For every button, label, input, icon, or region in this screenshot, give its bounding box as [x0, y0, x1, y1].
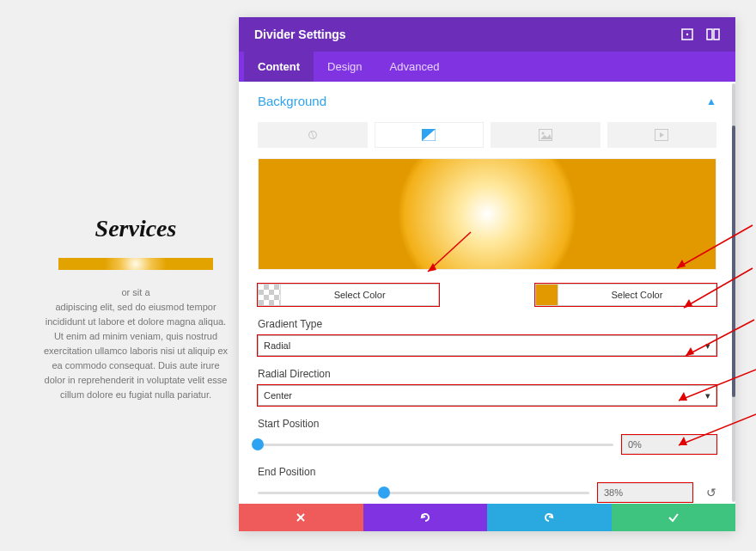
svg-marker-6 — [422, 129, 436, 141]
bgtype-gradient[interactable] — [375, 122, 485, 148]
bgtype-color[interactable] — [258, 122, 368, 148]
select-color-a-label: Select Color — [281, 290, 438, 300]
swatch-b — [536, 285, 558, 305]
gradient-type-select[interactable]: Radial ▾ — [258, 335, 716, 356]
svg-rect-2 — [707, 29, 712, 40]
tab-design[interactable]: Design — [314, 52, 375, 82]
select-color-b[interactable]: Select Color — [535, 284, 716, 306]
chevron-up-icon: ▲ — [706, 95, 716, 107]
expand-icon[interactable] — [680, 28, 694, 41]
tab-content[interactable]: Content — [244, 52, 314, 82]
gradient-preview — [258, 158, 716, 270]
services-title: Services — [41, 215, 230, 242]
chevron-down-icon: ▾ — [705, 390, 710, 401]
radial-direction-label: Radial Direction — [258, 368, 716, 380]
end-position-slider[interactable] — [258, 484, 589, 501]
svg-point-1 — [686, 34, 688, 35]
radial-direction-select[interactable]: Center ▾ — [258, 385, 716, 406]
start-position-input[interactable]: 0% — [622, 435, 716, 454]
services-divider — [58, 258, 213, 270]
end-position-label: End Position — [258, 466, 716, 478]
bgtype-video[interactable] — [607, 122, 717, 148]
gradient-type-value: Radial — [264, 340, 290, 351]
scrollbar[interactable] — [732, 83, 735, 502]
radial-direction-value: Center — [264, 390, 292, 401]
cancel-button[interactable] — [239, 504, 363, 531]
swatch-a — [259, 285, 281, 305]
start-position-slider[interactable] — [258, 436, 613, 453]
panel-title: Divider Settings — [254, 28, 346, 41]
panel-body: Background ▲ — [239, 82, 735, 504]
background-type-row — [258, 122, 716, 148]
bgtype-image[interactable] — [491, 122, 601, 148]
services-preview: Services or sit a adipiscing elit, sed d… — [41, 215, 230, 402]
start-position-label: Start Position — [258, 418, 716, 430]
select-color-b-label: Select Color — [558, 290, 716, 300]
snap-icon[interactable] — [706, 28, 720, 41]
undo-button[interactable] — [363, 504, 488, 531]
panel-footer — [239, 504, 735, 531]
tabs: Content Design Advanced — [239, 52, 735, 82]
select-color-a[interactable]: Select Color — [258, 284, 439, 306]
svg-point-8 — [541, 132, 544, 135]
settings-panel: Divider Settings Content Design Advanced… — [239, 17, 735, 531]
chevron-down-icon: ▾ — [705, 340, 710, 352]
section-background[interactable]: Background ▲ — [258, 94, 716, 108]
services-lorem: adipiscing elit, sed do eiusmod tempor i… — [41, 300, 230, 402]
save-button[interactable] — [612, 504, 736, 531]
redo-button[interactable] — [487, 504, 612, 531]
services-lorem-fragment: or sit a — [41, 285, 230, 300]
section-background-label: Background — [258, 94, 326, 108]
tab-advanced[interactable]: Advanced — [376, 52, 454, 82]
svg-rect-3 — [714, 29, 719, 40]
reset-icon[interactable]: ↺ — [706, 486, 716, 499]
end-position-input[interactable]: 38% — [598, 483, 692, 502]
panel-header: Divider Settings — [239, 17, 735, 52]
svg-marker-10 — [660, 132, 664, 138]
gradient-type-label: Gradient Type — [258, 318, 716, 330]
